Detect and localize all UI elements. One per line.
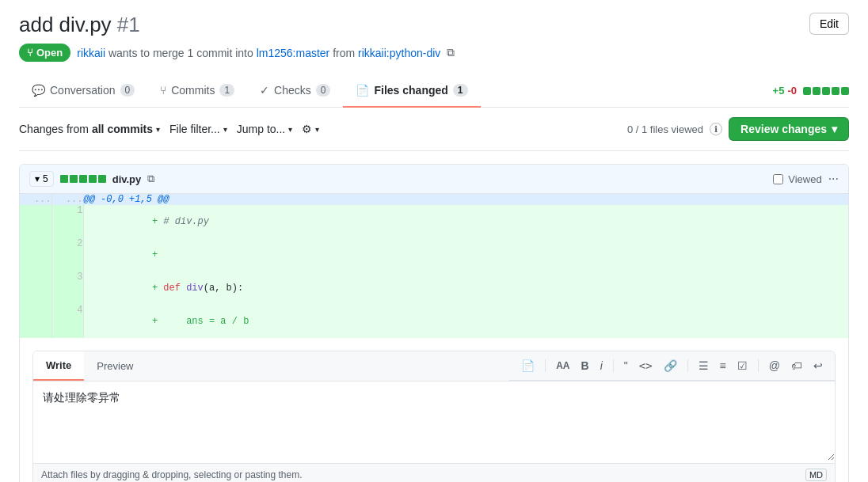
toolbar-link-btn[interactable]: 🔗 [660,356,681,375]
author-link[interactable]: rikkaii [77,47,105,59]
diff-code-3: + def div(a, b): [83,271,848,305]
file-name: div.py [112,173,142,185]
pr-number: #1 [117,13,140,36]
diff-line-num-left-4 [20,305,51,338]
diff-row-hunk: ... ... @@ -0,0 +1,5 @@ [20,194,848,205]
toolbar-task-btn[interactable]: ☑ [733,356,752,375]
stat-block-5 [98,175,106,183]
diff-row-add-2: 2 + [20,238,848,271]
edit-button[interactable]: Edit [809,13,849,35]
diff-table: ... ... @@ -0,0 +1,5 @@ 1 + # div.py 2 [20,194,848,338]
diff-line-num-right-3: 3 [51,271,83,305]
diff-line-num-right-4: 4 [51,305,83,338]
tab-commits[interactable]: ⑂ Commits 1 [147,74,247,108]
file-diff-block: ▾ 5 div.py ⧉ Viewed ··· [19,164,849,482]
pr-tabs: 💬 Conversation 0 ⑂ Commits 1 ✓ Checks 0 … [19,74,849,108]
diff-row-add-4: 4 + ans = a / b [20,305,848,338]
stat-block-2 [70,175,78,183]
pr-meta: ⑂ Open rikkaii wants to merge 1 commit i… [19,44,849,62]
file-collapse-button[interactable]: ▾ 5 [29,171,54,187]
file-stat-blocks [60,175,106,183]
diff-row-add-1: 1 + # div.py [20,205,848,238]
viewed-checkbox[interactable] [773,174,783,184]
toolbar-ol-btn[interactable]: ≡ [716,356,730,375]
toolbar-reply-btn[interactable]: ↩ [809,356,827,375]
git-merge-icon: ⑂ [27,47,33,59]
pr-meta-text: rikkaii wants to merge 1 commit into lm1… [77,47,440,59]
editor-body [33,381,835,463]
caret-icon-3: ▾ [288,125,292,134]
editor-footer: Attach files by dragging & dropping, sel… [33,463,835,482]
diff-line-num-left-2 [20,238,51,271]
file-header-right: Viewed ··· [773,172,839,186]
conversation-icon: 💬 [32,84,45,97]
editor-tabs: Write Preview 📄 AA B i " <> 🔗 ☰ ≡ ☑ [33,351,835,381]
base-repo-link[interactable]: lm1256:master [257,47,330,59]
toolbar-italic-btn[interactable]: i [596,356,607,375]
diff-block-3 [822,87,830,95]
checks-icon: ✓ [260,84,269,97]
status-badge: ⑂ Open [19,44,70,62]
diff-line-num-right-2: 2 [51,238,83,271]
jump-to-dropdown[interactable]: Jump to... ▾ [237,123,292,135]
write-tab[interactable]: Write [33,351,84,381]
diff-code-1: + # div.py [83,205,848,238]
diff-line-num-right-1: 1 [51,205,83,238]
toolbar-bold-btn[interactable]: B [577,356,593,375]
commits-icon: ⑂ [160,84,166,97]
caret-icon: ▾ [156,125,160,134]
more-options-button[interactable]: ··· [828,172,839,186]
diff-line-num-left-3 [20,271,51,305]
diff-line-num-left-1 [20,205,51,238]
stat-block-1 [60,175,68,183]
toolbar-sep-4 [758,359,759,372]
file-header: ▾ 5 div.py ⧉ Viewed ··· [20,165,848,194]
diff-line-num-right: ... [51,194,83,205]
diff-blocks [803,87,849,95]
tab-conversation[interactable]: 💬 Conversation 0 [19,74,147,108]
preview-tab[interactable]: Preview [84,351,146,381]
diff-row-add-3: 3 + def div(a, b): [20,271,848,305]
copy-file-icon[interactable]: ⧉ [147,173,154,185]
diff-code-hunk: @@ -0,0 +1,5 @@ [83,194,848,205]
file-filter-dropdown[interactable]: File filter... ▾ [169,123,227,135]
tab-checks[interactable]: ✓ Checks 0 [247,74,343,108]
toolbar-sep-1 [545,359,546,372]
head-repo-link[interactable]: rikkaii:python-div [358,47,440,59]
caret-icon-4: ▾ [315,125,319,134]
editor-toolbar: 📄 AA B i " <> 🔗 ☰ ≡ ☑ @ 🏷 ↩ [509,351,835,381]
comment-textarea[interactable] [33,381,835,461]
attach-text: Attach files by dragging & dropping, sel… [41,469,303,480]
info-icon[interactable]: ℹ [710,123,722,135]
viewed-count: 0 / 1 files viewed ℹ Review changes ▾ [627,117,849,141]
diff-block-4 [832,87,839,95]
toolbar-aa-btn[interactable]: AA [552,357,573,374]
toolbar-ref-btn[interactable]: 🏷 [787,356,806,375]
toolbar-code-btn[interactable]: <> [635,356,657,375]
pr-title: add div.py #1 [19,13,140,37]
markdown-icon: MD [805,469,827,481]
files-icon: 📄 [356,84,369,97]
copy-icon[interactable]: ⧉ [447,46,455,59]
toolbar-quote-btn[interactable]: " [620,356,632,375]
review-changes-button[interactable]: Review changes ▾ [729,117,849,141]
toolbar-file-btn[interactable]: 📄 [517,356,539,375]
toolbar-sep-2 [613,359,614,372]
toolbar-mention-btn[interactable]: @ [765,356,784,375]
diff-code-2: + [83,238,848,271]
diff-line-num-left: ... [20,194,51,205]
gear-dropdown[interactable]: ⚙ ▾ [302,123,319,135]
file-header-left: ▾ 5 div.py ⧉ [29,171,154,187]
collapse-icon: ▾ [35,173,40,184]
tab-files-changed[interactable]: 📄 Files changed 1 [343,74,480,108]
comment-editor: Write Preview 📄 AA B i " <> 🔗 ☰ ≡ ☑ [32,351,836,482]
caret-icon-5: ▾ [832,123,837,135]
gear-icon: ⚙ [302,123,312,135]
toolbar-ul-btn[interactable]: ☰ [695,356,713,375]
changes-from-filter[interactable]: Changes from all commits ▾ [19,123,160,135]
viewed-label[interactable]: Viewed [773,173,821,185]
diff-stat: +5 -0 [773,85,849,97]
stat-block-3 [79,175,87,183]
filter-bar: Changes from all commits ▾ File filter..… [19,108,849,151]
diff-block-2 [813,87,820,95]
